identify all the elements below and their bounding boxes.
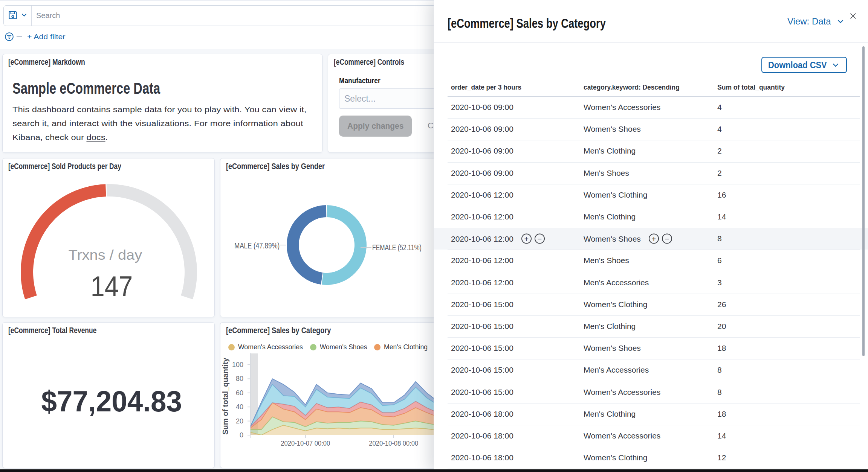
table-cell: 3 [717, 278, 722, 287]
table-row[interactable]: 2020-10-06 09:00Women's Shoes4 [434, 118, 868, 140]
table-row[interactable]: 2020-10-06 15:00Women's Accessories8 [434, 381, 868, 403]
panel-markdown-title: [eCommerce] Markdown [8, 57, 85, 67]
table-cell: 26 [717, 300, 726, 309]
table-cell: Women's Accessories [584, 388, 660, 397]
table-cell: 2020-10-06 12:00 [451, 278, 513, 287]
table-cell: 2020-10-06 09:00 [451, 169, 513, 178]
y-axis-tick-label: 80 [236, 375, 243, 382]
table-row[interactable]: 2020-10-06 18:00Women's Accessories14 [434, 425, 868, 447]
search-input[interactable]: Search [32, 11, 60, 20]
chevron-down-icon [836, 17, 845, 26]
total-revenue-value-text: $77,204.83 [41, 384, 182, 419]
filter-icon[interactable] [5, 32, 14, 43]
panel-markdown: [eCommerce] Markdown Sample eCommerce Da… [2, 54, 322, 153]
column-header-quantity[interactable]: Sum of total_quantity [717, 84, 785, 91]
y-axis-tick-label: 60 [236, 389, 243, 397]
markdown-line1: This dashboard contains sample data for … [12, 102, 306, 116]
table-cell: 8 [717, 234, 722, 243]
table-cell: Men's Clothing [584, 146, 636, 155]
y-axis-tick-label: 0 [240, 431, 243, 439]
table-cell: 8 [717, 388, 722, 397]
table-cell: 18 [717, 344, 726, 353]
pie-label-female-text: FEMALE (52.11%) [372, 243, 422, 253]
table-row[interactable]: 2020-10-06 12:00Men's Accessories3 [434, 272, 868, 294]
table-row[interactable]: 2020-10-06 12:00Men's Shoes6 [434, 250, 868, 271]
table-cell: Women's Shoes+− [584, 234, 672, 244]
pie-slice-male[interactable] [287, 205, 326, 285]
table-row[interactable]: 2020-10-06 15:00Men's Clothing20 [434, 315, 868, 337]
table-cell: Women's Accessories [584, 103, 660, 112]
window-bottom-edge [0, 469, 868, 472]
table-cell: 2020-10-06 12:00 [451, 190, 513, 199]
table-row[interactable]: 2020-10-06 15:00Women's Shoes18 [434, 337, 868, 359]
markdown-line3-prefix: Kibana, check our [12, 133, 86, 142]
panel-controls-title-text: [eCommerce] Controls [334, 57, 404, 67]
download-csv-button[interactable]: Download CSV [761, 57, 847, 73]
flyout-panel: [eCommerce] Sales by Category View: Data… [434, 0, 868, 472]
markdown-body: This dashboard contains sample data for … [12, 102, 306, 145]
table-row[interactable]: 2020-10-06 09:00Men's Shoes2 [434, 162, 868, 184]
y-axis-title-text: Sum of total_quantity [221, 358, 230, 434]
table-cell: Men's Clothing [584, 212, 636, 221]
table-cell: 2020-10-06 15:00 [451, 388, 513, 397]
table-cell: Women's Shoes [584, 125, 641, 134]
pie-slice-female[interactable] [322, 205, 367, 285]
table-row[interactable]: 2020-10-06 12:00Men's Clothing14 [434, 206, 868, 228]
pie-connector-male [280, 245, 286, 245]
gauge-value-text: 147 [91, 270, 133, 303]
saved-query-menu-button[interactable] [4, 6, 32, 26]
table-cell: Women's Clothing [584, 453, 647, 462]
table-cell: 2020-10-06 12:00+− [451, 234, 545, 244]
table-row[interactable]: 2020-10-06 15:00Women's Clothing26 [434, 294, 868, 315]
markdown-line3-period: . [105, 133, 108, 142]
table-row[interactable]: 2020-10-06 09:00Men's Clothing2 [434, 140, 868, 162]
table-row[interactable]: 2020-10-06 09:00Women's Accessories4 [434, 96, 868, 118]
filter-for-value-icon[interactable]: + [649, 234, 659, 244]
view-data-label: View: Data [787, 16, 831, 27]
manufacturer-select-placeholder: Select... [339, 94, 376, 104]
table-cell: Men's Accessories [584, 278, 649, 287]
table-row[interactable]: 2020-10-06 18:00Men's Clothing18 [434, 403, 868, 425]
table-cell: 2 [717, 146, 722, 155]
table-cell: 6 [717, 256, 722, 265]
flyout-close-icon[interactable] [850, 13, 856, 19]
x-axis-tick-label: 2020-10-08 00:00 [369, 440, 418, 447]
markdown-line3: Kibana, check our docs. [12, 130, 108, 144]
table-cell: 2020-10-06 09:00 [451, 103, 513, 112]
table-row[interactable]: 2020-10-06 18:00Women's Clothing12 [434, 447, 868, 469]
pie-label-male-text: MALE (47.89%) [234, 241, 280, 251]
table-cell: 2 [717, 169, 722, 178]
table-row[interactable]: 2020-10-06 15:00Men's Accessories8 [434, 359, 868, 381]
filter-for-value-icon[interactable]: + [521, 234, 532, 244]
manufacturer-label-text: Manufacturer [339, 76, 381, 85]
table-cell: 2020-10-06 09:00 [451, 125, 513, 134]
table-cell: 2020-10-06 12:00 [451, 212, 513, 221]
table-row[interactable]: 2020-10-06 12:00+−Women's Shoes+−8 [434, 228, 868, 250]
table-cell: Men's Accessories [584, 365, 649, 375]
column-header-category[interactable]: category.keyword: Descending [584, 84, 680, 91]
y-axis-title: Sum of total_quantity [221, 355, 230, 438]
chevron-down-icon [831, 61, 840, 70]
docs-link[interactable]: docs [86, 133, 105, 142]
flyout-scrollbar[interactable] [862, 46, 865, 356]
add-filter-label: + Add filter [27, 33, 65, 41]
markdown-heading: Sample eCommerce Data [12, 79, 160, 97]
pie-label-female: FEMALE (52.11%) [372, 243, 422, 253]
filter-bar: + Add filter [0, 26, 434, 49]
apply-changes-button[interactable]: Apply changes [339, 116, 412, 137]
panel-controls-title: [eCommerce] Controls [334, 57, 404, 67]
flyout-title-text: [eCommerce] Sales by Category [448, 16, 606, 31]
view-data-selector[interactable]: View: Data [787, 16, 845, 27]
add-filter-button[interactable]: + Add filter [27, 33, 65, 41]
table-row[interactable]: 2020-10-06 12:00Women's Clothing16 [434, 184, 868, 206]
panel-total-revenue-title-text: [eCommerce] Total Revenue [8, 326, 96, 335]
filter-out-value-icon[interactable]: − [535, 234, 545, 244]
table-cell: 2020-10-06 15:00 [451, 322, 513, 331]
panel-total-revenue: [eCommerce] Total Revenue $77,204.83 [2, 322, 215, 468]
pie-label-male: MALE (47.89%) [234, 241, 280, 251]
flyout-title: [eCommerce] Sales by Category [448, 16, 606, 31]
table-cell: 8 [717, 365, 722, 375]
filter-out-value-icon[interactable]: − [662, 234, 672, 244]
column-header-order-date[interactable]: order_date per 3 hours [451, 84, 521, 91]
table-cell: 2020-10-06 15:00 [451, 300, 513, 309]
